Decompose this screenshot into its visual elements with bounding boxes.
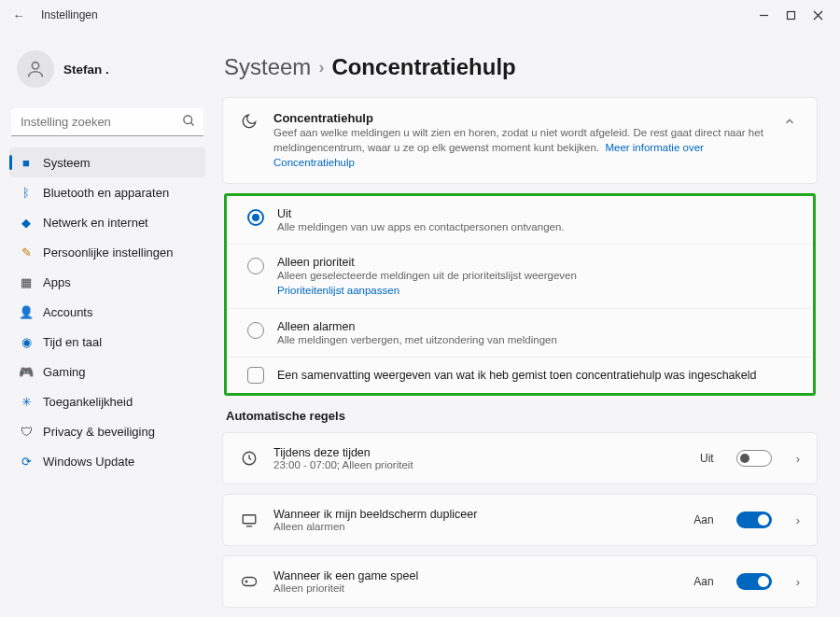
monitor-icon xyxy=(240,512,259,528)
summary-checkbox[interactable] xyxy=(247,367,264,384)
radio-prioriteit[interactable] xyxy=(247,258,264,274)
option-desc: Alle meldingen verbergen, met uitzonderi… xyxy=(277,334,796,345)
minimize-button[interactable] xyxy=(759,10,769,21)
nav-item-systeem[interactable]: ■Systeem xyxy=(9,147,205,177)
accessibility-icon: ✳ xyxy=(19,394,34,409)
rule-game[interactable]: Wanneer ik een game speelAlleen priorite… xyxy=(222,555,818,608)
collapse-button[interactable] xyxy=(779,111,800,134)
nav-label: Persoonlijke instellingen xyxy=(43,245,173,259)
globe-icon: ◉ xyxy=(19,334,34,349)
svg-rect-8 xyxy=(243,515,256,524)
nav-item-gaming[interactable]: 🎮Gaming xyxy=(9,357,205,386)
rule-state: Aan xyxy=(693,513,713,526)
rule-duplicate[interactable]: Wanneer ik mijn beeldscherm dupliceerAll… xyxy=(222,494,818,546)
nav-item-accounts[interactable]: 👤Accounts xyxy=(9,297,205,327)
bluetooth-icon: ᛒ xyxy=(19,185,34,200)
option-title: Alleen alarmen xyxy=(277,320,796,333)
close-button[interactable] xyxy=(813,10,823,21)
header-desc: Geef aan welke meldingen u wilt zien en … xyxy=(273,125,764,170)
option-uit[interactable]: Uit Alle meldingen van uw apps en contac… xyxy=(227,196,813,245)
rule-sub: Alleen alarmen xyxy=(273,521,679,532)
svg-point-4 xyxy=(32,63,38,69)
rule-title: Tijdens deze tijden xyxy=(273,446,685,459)
window-title: Instellingen xyxy=(41,8,98,21)
main-content: Systeem › Concentratiehulp Concentratieh… xyxy=(215,30,840,617)
clock-icon xyxy=(240,450,259,467)
breadcrumb: Systeem › Concentratiehulp xyxy=(224,54,818,80)
option-prioriteit[interactable]: Alleen prioriteit Alleen geselecteerde m… xyxy=(227,245,813,309)
avatar xyxy=(17,50,54,88)
chevron-right-icon: › xyxy=(318,58,324,77)
radio-uit[interactable] xyxy=(247,209,264,226)
sidebar: Stefan . ■Systeem ᛒBluetooth en apparate… xyxy=(0,30,215,617)
rule-state: Aan xyxy=(693,575,713,588)
chevron-right-icon[interactable]: › xyxy=(796,575,800,589)
toggle-duplicate[interactable] xyxy=(736,512,772,528)
toggle-game[interactable] xyxy=(736,573,772,590)
nav-item-bluetooth[interactable]: ᛒBluetooth en apparaten xyxy=(9,177,205,207)
nav-item-tijd[interactable]: ◉Tijd en taal xyxy=(9,327,205,357)
chevron-right-icon[interactable]: › xyxy=(796,513,800,527)
user-name: Stefan . xyxy=(63,63,109,77)
header-card: Concentratiehulp Geef aan welke meldinge… xyxy=(222,97,818,184)
svg-line-6 xyxy=(190,122,193,125)
search-input[interactable] xyxy=(11,108,203,136)
option-desc: Alle meldingen van uw apps en contactper… xyxy=(277,221,796,232)
user-profile[interactable]: Stefan . xyxy=(9,43,205,95)
breadcrumb-parent[interactable]: Systeem xyxy=(224,54,311,80)
svg-rect-1 xyxy=(788,11,795,19)
search-box[interactable] xyxy=(11,108,203,136)
nav-label: Apps xyxy=(43,275,71,289)
nav-label: Accounts xyxy=(43,305,92,319)
radio-alarmen[interactable] xyxy=(247,322,264,339)
update-icon: ⟳ xyxy=(19,454,34,469)
header-title: Concentratiehulp xyxy=(273,111,764,125)
rule-sub: Alleen prioriteit xyxy=(273,582,679,594)
page-title: Concentratiehulp xyxy=(331,54,515,80)
svg-rect-10 xyxy=(243,578,257,586)
options-group: Uit Alle meldingen van uw apps en contac… xyxy=(224,193,816,396)
moon-icon xyxy=(240,111,259,130)
nav-item-persoonlijk[interactable]: ✎Persoonlijke instellingen xyxy=(9,237,205,267)
search-icon xyxy=(182,114,196,131)
shield-icon: 🛡 xyxy=(19,424,34,439)
option-title: Alleen prioriteit xyxy=(277,256,796,269)
nav-item-privacy[interactable]: 🛡Privacy & beveiliging xyxy=(9,416,205,446)
titlebar: ← Instellingen xyxy=(0,0,840,30)
nav-item-update[interactable]: ⟳Windows Update xyxy=(9,446,205,476)
summary-label: Een samenvatting weergeven van wat ik he… xyxy=(277,369,757,382)
apps-icon: ▦ xyxy=(19,274,34,289)
nav-label: Tijd en taal xyxy=(43,335,102,349)
rule-times[interactable]: Tijdens deze tijden23:00 - 07:00; Alleen… xyxy=(222,432,818,484)
rules-title: Automatische regels xyxy=(226,409,818,423)
rule-title: Wanneer ik mijn beeldscherm dupliceer xyxy=(273,508,679,521)
summary-checkbox-row[interactable]: Een samenvatting weergeven van wat ik he… xyxy=(227,358,813,393)
option-alarmen[interactable]: Alleen alarmen Alle meldingen verbergen,… xyxy=(227,309,813,358)
option-title: Uit xyxy=(277,207,796,220)
nav-label: Systeem xyxy=(43,156,91,170)
toggle-times[interactable] xyxy=(736,450,772,467)
option-desc: Alleen geselecteerde meldingen uit de pr… xyxy=(277,270,796,281)
rule-title: Wanneer ik een game speel xyxy=(273,569,679,582)
gaming-icon: 🎮 xyxy=(19,364,34,379)
nav-label: Windows Update xyxy=(43,455,134,469)
svg-point-5 xyxy=(184,116,192,124)
nav-label: Privacy & beveiliging xyxy=(43,425,155,439)
nav-label: Toegankelijkheid xyxy=(43,395,133,409)
maximize-button[interactable] xyxy=(786,10,796,21)
priority-list-link[interactable]: Prioriteitenlijst aanpassen xyxy=(277,285,399,296)
nav-label: Bluetooth en apparaten xyxy=(43,186,169,200)
rule-state: Uit xyxy=(700,452,714,465)
nav-item-toegankelijkheid[interactable]: ✳Toegankelijkheid xyxy=(9,386,205,416)
nav-item-apps[interactable]: ▦Apps xyxy=(9,267,205,297)
gamepad-icon xyxy=(240,575,259,588)
system-icon: ■ xyxy=(19,155,34,170)
nav-item-netwerk[interactable]: ◆Netwerk en internet xyxy=(9,207,205,237)
rule-sub: 23:00 - 07:00; Alleen prioriteit xyxy=(273,459,685,470)
chevron-right-icon[interactable]: › xyxy=(796,452,800,466)
wifi-icon: ◆ xyxy=(19,215,34,230)
brush-icon: ✎ xyxy=(19,245,34,259)
back-button[interactable]: ← xyxy=(7,8,30,22)
nav-list: ■Systeem ᛒBluetooth en apparaten ◆Netwer… xyxy=(9,147,205,476)
accounts-icon: 👤 xyxy=(19,304,34,319)
